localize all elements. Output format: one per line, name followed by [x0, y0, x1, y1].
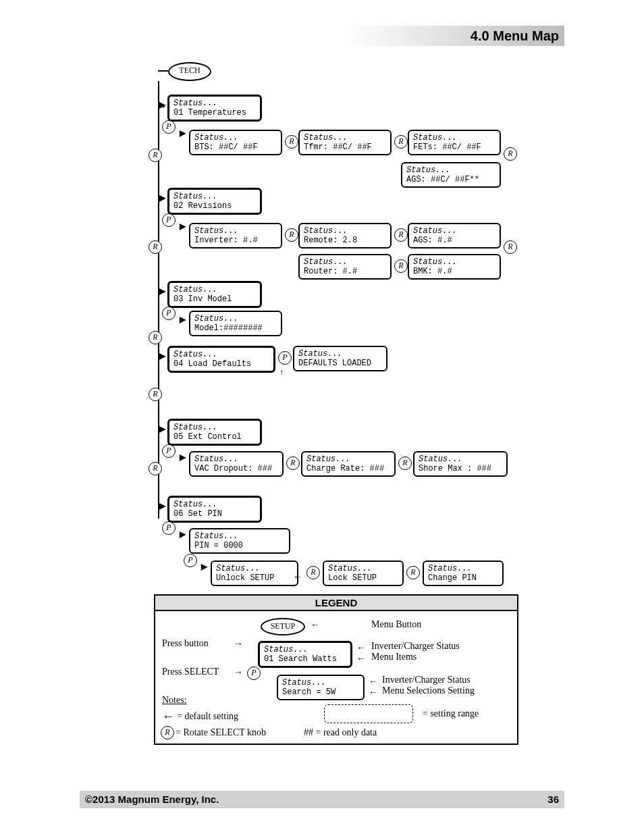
spine-line — [158, 81, 159, 519]
arrow-icon: ▶ — [180, 315, 186, 324]
menu-01-label: 01 Temperatures — [173, 108, 246, 118]
menu-04-label: 04 Load Defaults — [173, 359, 251, 369]
value: DEFAULTS LOADED — [298, 359, 371, 368]
value: Shore Max : ### — [419, 464, 491, 473]
arrow-left-icon: ← — [369, 687, 378, 698]
item-model: Status... Model:######## — [189, 311, 282, 336]
status-label: Status... — [298, 349, 342, 359]
menu-03-label: 03 Inv Model — [173, 294, 232, 304]
status-label: Status... — [304, 257, 348, 267]
menu-06: Status... 06 Set PIN — [167, 496, 262, 523]
press-icon: P — [162, 307, 176, 320]
legend-menu-button-label: Menu Button — [371, 619, 421, 630]
item-bts: Status... BTS: ##C/ ##F — [189, 130, 282, 155]
status-label: Status... — [282, 678, 326, 687]
value: 01 Search Watts — [264, 654, 337, 664]
legend-setup-button: SETUP — [261, 618, 305, 635]
arrow-icon: ▶ — [180, 452, 186, 462]
rotate-icon: R — [149, 462, 162, 475]
rotate-icon: R — [394, 228, 408, 242]
value: Router: #.# — [304, 267, 357, 276]
status-label: Status... — [194, 226, 238, 236]
rotate-icon: R — [394, 259, 408, 273]
menu-05: Status... 05 Ext Control — [167, 419, 262, 446]
status-label: Status... — [173, 285, 217, 294]
menu-02: Status... 02 Revisions — [167, 188, 262, 215]
arrow-right-icon: → — [234, 667, 243, 677]
arrow-icon: ▶ — [159, 351, 165, 361]
value: Inverter: #.# — [194, 236, 258, 245]
arrow-icon: ▶ — [159, 193, 165, 203]
arrow-right-icon: → — [234, 638, 243, 649]
status-label: Status... — [173, 99, 217, 108]
value: BTS: ##C/ ##F — [194, 142, 258, 152]
legend-inv-status2: Inverter/Charger Status — [382, 675, 471, 685]
press-icon: P — [278, 351, 292, 365]
arrow-icon: ▶ — [159, 100, 165, 109]
legend-rotate: = Rotate SELECT knob — [176, 727, 266, 738]
status-label: Status... — [328, 564, 372, 573]
arrow-icon: ▶ — [180, 221, 186, 231]
footer-copyright: ©2013 Magnum Energy, Inc. — [85, 793, 219, 805]
press-icon: P — [162, 213, 176, 227]
press-icon: P — [162, 444, 176, 458]
item-bmk: Status... BMK: #.# — [408, 254, 501, 280]
rotate-icon: R — [394, 135, 408, 149]
legend-menu-items: Menu Items — [371, 652, 417, 662]
value: FETs: ##C/ ##F — [413, 142, 481, 152]
arrow-icon: ▶ — [180, 529, 186, 539]
value: Search = 5W — [282, 687, 336, 697]
value: Tfmr: ##C/ ##F — [304, 142, 372, 152]
press-icon: P — [247, 667, 261, 680]
item-defaults-loaded: Status... DEFAULTS LOADED — [293, 346, 387, 371]
return-arrow-icon: ↑ — [279, 367, 284, 377]
arrow-left-bold-icon: ← — [162, 710, 174, 724]
rotate-icon: R — [161, 726, 174, 739]
status-label: Status... — [264, 645, 308, 654]
value: Change PIN — [428, 573, 477, 583]
arrow-left-icon: ← — [356, 642, 366, 653]
legend-press-button: Press button — [162, 638, 209, 649]
legend: LEGEND SETUP ← Menu Button Press button … — [154, 594, 518, 745]
rotate-icon: R — [149, 388, 162, 401]
item-ags-temp: Status... AGS: ##C/ ##F** — [401, 162, 501, 188]
value: VAC Dropout: ### — [194, 464, 272, 473]
status-label: Status... — [173, 350, 217, 359]
rotate-icon: R — [504, 240, 517, 254]
arrow-left-icon: ← — [369, 676, 378, 687]
arrow-left-icon: ← — [311, 619, 320, 630]
item-unlock-setup: Status... Unlock SETUP — [211, 561, 298, 586]
footer-page: 36 — [547, 791, 559, 808]
rotate-icon: R — [285, 228, 298, 242]
status-label: Status... — [413, 257, 457, 267]
item-tfmr: Status... Tfmr: ##C/ ##F — [298, 130, 392, 155]
value: Unlock SETUP — [216, 573, 274, 583]
item-router: Status... Router: #.# — [298, 254, 392, 280]
rotate-icon: R — [149, 149, 162, 162]
value: AGS: #.# — [413, 236, 452, 245]
legend-title: LEGEND — [155, 596, 517, 611]
item-pin: Status... PIN = 0000 — [189, 528, 290, 554]
item-charge-rate: Status... Charge Rate: ### — [301, 451, 396, 477]
menu-02-label: 02 Revisions — [173, 201, 232, 211]
status-label: Status... — [194, 531, 238, 541]
rotate-icon: R — [398, 457, 412, 470]
arrow-icon: ▶ — [159, 501, 165, 511]
item-shore-max: Status... Shore Max : ### — [413, 451, 508, 477]
status-label: Status... — [304, 226, 348, 236]
status-label: Status... — [428, 564, 472, 573]
legend-menu-item: Status... 01 Search Watts — [258, 641, 352, 668]
status-label: Status... — [419, 454, 462, 464]
legend-range: = setting range — [423, 708, 479, 719]
legend-readonly: ## = read only data — [304, 727, 377, 738]
status-label: Status... — [173, 423, 217, 432]
rotate-icon: R — [149, 240, 162, 254]
status-label: Status... — [194, 314, 238, 323]
arrow-left-icon: ← — [356, 653, 366, 664]
menu-03: Status... 03 Inv Model — [167, 281, 262, 308]
press-icon: P — [162, 120, 176, 134]
status-label: Status... — [306, 454, 350, 464]
item-vac-dropout: Status... VAC Dropout: ### — [189, 451, 284, 477]
legend-menu-sel: Menu Selections Setting — [382, 685, 475, 696]
arrow-icon: ▶ — [180, 128, 186, 138]
